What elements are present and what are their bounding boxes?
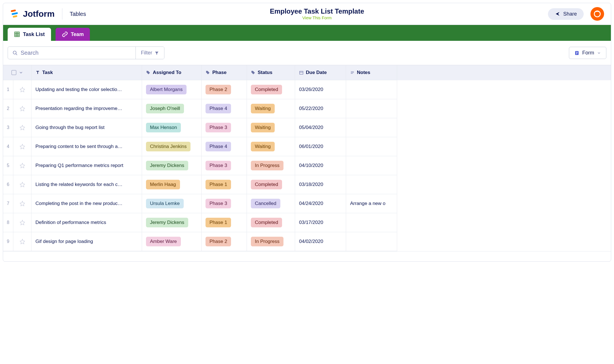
cell-notes[interactable] <box>346 232 397 251</box>
section-label[interactable]: Tables <box>70 11 86 17</box>
cell-notes[interactable] <box>346 213 397 232</box>
cell-status[interactable]: Waiting <box>247 137 295 156</box>
cell-phase[interactable]: Phase 3 <box>202 156 247 175</box>
cell-task[interactable]: Definition of performance metrics <box>31 213 142 232</box>
star-toggle[interactable] <box>13 156 31 175</box>
cell-status[interactable]: In Progress <box>247 232 295 251</box>
cell-phase[interactable]: Phase 3 <box>202 194 247 213</box>
view-switcher[interactable]: Form <box>569 47 606 59</box>
view-form-link[interactable]: View This Form <box>302 15 332 20</box>
cell-phase[interactable]: Phase 4 <box>202 137 247 156</box>
col-task[interactable]: Task <box>31 65 142 80</box>
table-row[interactable]: 7 Completing the post in the new produc…… <box>3 194 611 213</box>
table-row[interactable]: 1 Updating and testing the color selecti… <box>3 80 611 99</box>
cell-status[interactable]: Completed <box>247 175 295 194</box>
select-all-cell[interactable] <box>3 65 31 80</box>
cell-assigned[interactable]: Jeremy Dickens <box>142 156 202 175</box>
cell-notes[interactable] <box>346 137 397 156</box>
cell-task[interactable]: Completing the post in the new produc… <box>31 194 142 213</box>
col-notes[interactable]: Notes <box>346 65 397 80</box>
cell-due[interactable]: 04/24/2020 <box>295 194 346 213</box>
cell-phase[interactable]: Phase 3 <box>202 118 247 137</box>
cell-assigned[interactable]: Christina Jenkins <box>142 137 202 156</box>
table-row[interactable]: 3 Going through the bug report list Max … <box>3 118 611 137</box>
cell-notes[interactable]: Arrange a new o <box>346 194 397 213</box>
table-row[interactable]: 4 Preparing content to be sent through a… <box>3 137 611 156</box>
page-title: Employee Task List Template <box>86 7 548 15</box>
search-input[interactable] <box>21 50 131 56</box>
cell-status[interactable]: Cancelled <box>247 194 295 213</box>
cell-assigned[interactable]: Jeremy Dickens <box>142 213 202 232</box>
tab-team[interactable]: Team <box>56 28 90 41</box>
cell-notes[interactable] <box>346 80 397 99</box>
cell-due[interactable]: 03/26/2020 <box>295 80 346 99</box>
cell-task[interactable]: Gif design for page loading <box>31 232 142 251</box>
cell-phase[interactable]: Phase 1 <box>202 213 247 232</box>
star-toggle[interactable] <box>13 118 31 137</box>
cell-phase[interactable]: Phase 2 <box>202 80 247 99</box>
table-row[interactable]: 8 Definition of performance metrics Jere… <box>3 213 611 232</box>
cell-task[interactable]: Preparing Q1 performance metrics report <box>31 156 142 175</box>
cell-phase[interactable]: Phase 4 <box>202 99 247 118</box>
cell-notes[interactable] <box>346 99 397 118</box>
cell-due[interactable]: 04/02/2020 <box>295 232 346 251</box>
cell-assigned[interactable]: Amber Ware <box>142 232 202 251</box>
table-row[interactable]: 5 Preparing Q1 performance metrics repor… <box>3 156 611 175</box>
cell-task[interactable]: Going through the bug report list <box>31 118 142 137</box>
tab-task-list[interactable]: Task List <box>8 28 51 41</box>
star-toggle[interactable] <box>13 232 31 251</box>
grid-icon <box>14 31 20 37</box>
cell-due[interactable]: 06/01/2020 <box>295 137 346 156</box>
cell-assigned[interactable]: Joseph O'neill <box>142 99 202 118</box>
col-phase[interactable]: Phase <box>202 65 247 80</box>
logo[interactable]: Jotform <box>10 9 55 19</box>
table-row[interactable]: 6 Listing the related keywords for each … <box>3 175 611 194</box>
col-due[interactable]: Due Date <box>295 65 346 80</box>
cell-due[interactable]: 05/04/2020 <box>295 118 346 137</box>
share-button[interactable]: Share <box>548 8 584 20</box>
cell-status[interactable]: Waiting <box>247 99 295 118</box>
cell-status[interactable]: Completed <box>247 213 295 232</box>
star-icon <box>20 182 25 187</box>
star-icon <box>20 144 25 149</box>
col-assigned[interactable]: Assigned To <box>142 65 202 80</box>
filter-button[interactable]: Filter <box>135 47 164 59</box>
star-toggle[interactable] <box>13 137 31 156</box>
cell-assigned[interactable]: Albert Morgans <box>142 80 202 99</box>
cell-notes[interactable] <box>346 118 397 137</box>
cell-phase[interactable]: Phase 2 <box>202 232 247 251</box>
cell-task[interactable]: Updating and testing the color selectio… <box>31 80 142 99</box>
cell-status[interactable]: In Progress <box>247 156 295 175</box>
star-toggle[interactable] <box>13 80 31 99</box>
cell-due[interactable]: 05/22/2020 <box>295 99 346 118</box>
cell-status[interactable]: Completed <box>247 80 295 99</box>
avatar[interactable] <box>590 7 604 21</box>
status-tag: Cancelled <box>251 199 280 208</box>
table-row[interactable]: 2 Presentation regarding the improveme… … <box>3 99 611 118</box>
table-row[interactable]: 9 Gif design for page loading Amber Ware… <box>3 232 611 251</box>
search-box[interactable] <box>8 47 135 59</box>
cell-assigned[interactable]: Max Henson <box>142 118 202 137</box>
star-toggle[interactable] <box>13 194 31 213</box>
select-all-checkbox[interactable] <box>11 70 16 75</box>
col-status[interactable]: Status <box>247 65 295 80</box>
cell-task[interactable]: Presentation regarding the improveme… <box>31 99 142 118</box>
cell-phase[interactable]: Phase 1 <box>202 175 247 194</box>
cell-assigned[interactable]: Merlin Haag <box>142 175 202 194</box>
cell-notes[interactable] <box>346 175 397 194</box>
star-toggle[interactable] <box>13 213 31 232</box>
star-toggle[interactable] <box>13 99 31 118</box>
cell-status[interactable]: Waiting <box>247 118 295 137</box>
row-number: 2 <box>3 99 13 118</box>
cell-due[interactable]: 03/18/2020 <box>295 175 346 194</box>
cell-due[interactable]: 03/17/2020 <box>295 213 346 232</box>
avatar-icon <box>593 10 602 18</box>
cell-task[interactable]: Preparing content to be sent through a… <box>31 137 142 156</box>
cell-notes[interactable] <box>346 156 397 175</box>
chevron-down-icon[interactable] <box>19 70 23 75</box>
cell-assigned[interactable]: Ursula Lemke <box>142 194 202 213</box>
cell-task[interactable]: Listing the related keywords for each c… <box>31 175 142 194</box>
star-toggle[interactable] <box>13 175 31 194</box>
cell-due[interactable]: 04/10/2020 <box>295 156 346 175</box>
table: Task Assigned To Phase Status Due Date N… <box>3 65 611 261</box>
